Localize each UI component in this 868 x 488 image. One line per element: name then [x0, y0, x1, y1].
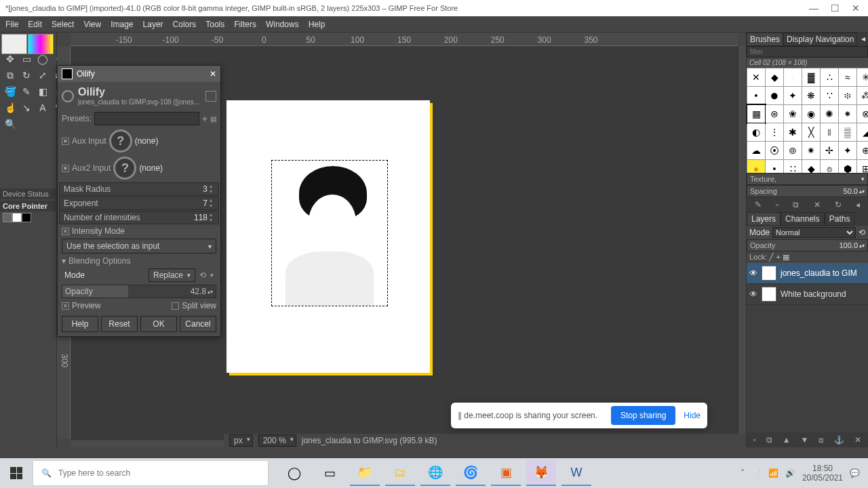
- brush-cell[interactable]: ▓: [802, 68, 820, 86]
- rotate-tool-icon[interactable]: ↻: [19, 68, 34, 83]
- pencil-tool-icon[interactable]: ✎: [19, 84, 34, 99]
- intensities-input[interactable]: Number of intensities 118 ▴▾: [59, 211, 219, 224]
- pointer-swatch-1[interactable]: [3, 213, 12, 222]
- brush-cell[interactable]: ▒: [839, 123, 856, 141]
- tray-notifications-icon[interactable]: 💬: [850, 468, 860, 478]
- brush-cell[interactable]: ◆: [766, 68, 783, 86]
- preset-menu-icon[interactable]: ▤: [210, 115, 216, 123]
- tray-wifi-icon[interactable]: 📶: [768, 468, 778, 478]
- mode-reset-icon[interactable]: ⟲: [859, 228, 865, 237]
- start-button[interactable]: [1, 460, 31, 487]
- text-tool-icon[interactable]: A: [35, 100, 50, 115]
- mask-radius-input[interactable]: Mask Radius 3 ▴▾: [59, 182, 219, 196]
- hide-button[interactable]: Hide: [684, 411, 701, 420]
- texture-select[interactable]: Texture, ▾: [747, 173, 868, 185]
- aux-input-picker[interactable]: ?: [109, 129, 132, 152]
- brush-cell[interactable]: ⊗: [857, 105, 868, 123]
- taskbar-chrome-icon[interactable]: 🌐: [420, 460, 450, 486]
- brush-filter-input[interactable]: [747, 46, 868, 58]
- new-layer-icon[interactable]: ▫: [753, 435, 755, 445]
- anchor-layer-icon[interactable]: ⚓: [834, 435, 844, 445]
- menu-windows[interactable]: Windows: [266, 20, 299, 29]
- mode-menu-icon[interactable]: ▾: [210, 272, 214, 279]
- cancel-button[interactable]: Cancel: [180, 316, 216, 332]
- brush-cell[interactable]: ⬢: [839, 160, 856, 173]
- brush-cell[interactable]: ✕: [747, 68, 765, 86]
- brush-cell[interactable]: ●: [766, 87, 783, 104]
- brush-cell[interactable]: ✢: [821, 142, 838, 159]
- brush-cell[interactable]: ✺: [821, 105, 838, 123]
- dup-layer-icon[interactable]: ⧈: [818, 435, 824, 445]
- dialog-titlebar[interactable]: Oilify ✕: [58, 66, 220, 82]
- taskbar-gimp-icon[interactable]: 🦊: [526, 460, 556, 486]
- intensity-mode-checkbox[interactable]: ✕: [62, 228, 69, 235]
- tab-brushes[interactable]: Brushes: [747, 33, 783, 46]
- stop-sharing-button[interactable]: Stop sharing: [611, 406, 675, 425]
- layer-lock[interactable]: Lock: ╱ + ▦: [747, 251, 868, 263]
- brush-cell[interactable]: ∴: [821, 68, 838, 86]
- group-layer-icon[interactable]: ⧉: [766, 435, 772, 445]
- taskbar-explorer-icon[interactable]: 🗂: [385, 460, 415, 486]
- brush-cell[interactable]: ⁕: [839, 105, 856, 123]
- brush-cell[interactable]: ✱: [784, 123, 802, 141]
- delete-layer-icon[interactable]: ✕: [854, 435, 861, 445]
- brush-cell[interactable]: ፨: [839, 87, 856, 104]
- tab-paths[interactable]: Paths: [825, 212, 855, 226]
- layer-white-background[interactable]: 👁 White background: [747, 284, 868, 305]
- brush-new-icon[interactable]: ▫: [776, 200, 778, 209]
- menu-select[interactable]: Select: [52, 20, 74, 29]
- taskbar-folder-icon[interactable]: 📁: [350, 460, 380, 486]
- task-view-icon[interactable]: ◯: [279, 460, 309, 486]
- down-layer-icon[interactable]: ▼: [801, 435, 809, 445]
- blend-mode-select[interactable]: Replace▾: [149, 268, 195, 282]
- spacing-input[interactable]: Spacing 50.0 ▴▾: [747, 185, 868, 197]
- tray-help-icon[interactable]: ❔: [751, 468, 762, 478]
- eraser-tool-icon[interactable]: ◧: [35, 84, 50, 99]
- brush-cell[interactable]: ⊕: [857, 142, 868, 159]
- tab-channels[interactable]: Channels: [781, 212, 825, 226]
- tray-clock[interactable]: 18:50 20/05/2021: [802, 464, 843, 483]
- zoom-tool-icon[interactable]: 🔍: [3, 117, 18, 131]
- exponent-input[interactable]: Exponent 7 ▴▾: [59, 197, 219, 210]
- search-box[interactable]: 🔍 Type here to search: [33, 460, 269, 486]
- brush-cell[interactable]: ◐: [747, 123, 765, 141]
- brush-cell[interactable]: ✳: [857, 68, 868, 86]
- move-tool-icon[interactable]: ✥: [3, 52, 18, 66]
- brush-cell[interactable]: ∵: [821, 87, 838, 104]
- tray-volume-icon[interactable]: 🔊: [785, 468, 795, 478]
- preview-checkbox[interactable]: ✕: [62, 302, 69, 310]
- up-layer-icon[interactable]: ▲: [783, 435, 791, 445]
- menu-image[interactable]: Image: [111, 20, 133, 29]
- visibility-icon[interactable]: 👁: [749, 268, 757, 278]
- brush-cell[interactable]: •: [747, 87, 765, 104]
- pointer-swatch-2[interactable]: [12, 213, 22, 222]
- unit-select[interactable]: px: [229, 434, 253, 447]
- brush-cell[interactable]: ⊚: [784, 142, 802, 159]
- menu-layer[interactable]: Layer: [143, 20, 163, 29]
- menu-edit[interactable]: Edit: [28, 20, 42, 29]
- brush-cell[interactable]: ✦: [784, 87, 802, 104]
- split-checkbox[interactable]: [172, 302, 179, 310]
- brush-cell[interactable]: ❋: [802, 87, 820, 104]
- brush-edit-icon[interactable]: ✎: [755, 200, 762, 209]
- maximize-button[interactable]: ☐: [831, 3, 840, 14]
- layer-mode-select[interactable]: Normal: [772, 227, 856, 238]
- brush-cell[interactable]: ☁: [747, 142, 765, 159]
- taskbar-ppt-icon[interactable]: ▣: [491, 460, 521, 486]
- brush-cell[interactable]: ⦿: [766, 142, 783, 159]
- selection-input-select[interactable]: Use the selection as input ▾: [62, 239, 216, 253]
- aux-checkbox[interactable]: ✕: [62, 138, 69, 145]
- menu-help[interactable]: Help: [309, 20, 326, 29]
- pointer-swatch-3[interactable]: [22, 213, 31, 222]
- brush-cell[interactable]: ◆: [802, 160, 820, 173]
- brush-cell[interactable]: ·: [784, 68, 802, 86]
- chain-icon[interactable]: [205, 91, 216, 102]
- taskbar-edge-icon[interactable]: 🌀: [456, 460, 486, 486]
- brush-cell[interactable]: ╳: [802, 123, 820, 141]
- brush-cell[interactable]: ⋮: [766, 123, 783, 141]
- brush-cell[interactable]: ⊞: [857, 160, 868, 173]
- brush-refresh-icon[interactable]: ↻: [835, 200, 842, 209]
- blending-header[interactable]: ▾Blending Options: [58, 255, 220, 267]
- brush-cell[interactable]: ●: [747, 160, 765, 173]
- close-button[interactable]: ✕: [852, 3, 860, 14]
